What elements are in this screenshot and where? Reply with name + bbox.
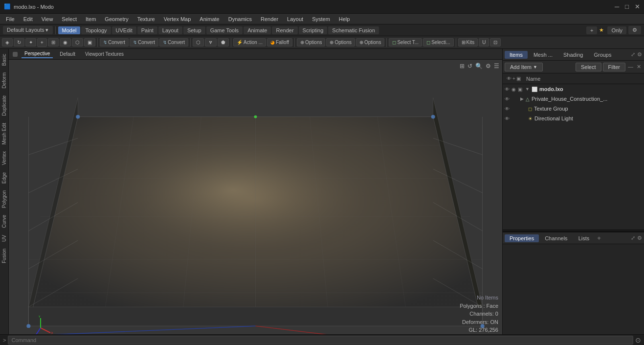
select-t-button[interactable]: ◻ Select T... (389, 38, 422, 46)
layout-tab-model[interactable]: Model (58, 26, 81, 34)
menu-item-view[interactable]: View (38, 15, 57, 23)
items-expand-icon[interactable]: ⤢ (631, 51, 635, 58)
close-button[interactable]: ✕ (635, 3, 640, 10)
smooth-tool[interactable]: ⬟ (218, 38, 229, 46)
minimize-button[interactable]: ─ (615, 3, 619, 10)
menu-item-edit[interactable]: Edit (20, 15, 37, 23)
select2-tool[interactable]: ✦ (25, 38, 36, 46)
viewport-icon-settings[interactable]: ⚙ (486, 63, 491, 69)
items-tab-shading[interactable]: Shading (558, 51, 588, 59)
menu-item-render[interactable]: Render (257, 15, 282, 23)
circle-tool[interactable]: ◉ (60, 38, 71, 46)
viewport-menu-icon[interactable] (13, 52, 18, 57)
command-submit-icon[interactable]: ⊙ (635, 336, 641, 344)
viewport-icon-grid[interactable]: ⊞ (460, 63, 465, 69)
menu-item-file[interactable]: File (2, 15, 19, 23)
unreal-button[interactable]: U (479, 38, 489, 46)
convert3-button[interactable]: ↯ Convert (159, 38, 188, 46)
sidebar-tab-curve[interactable]: Curve (0, 212, 8, 231)
convert1-button[interactable]: ↯ Convert (100, 38, 129, 46)
add-item-button[interactable]: Add Item ▼ (505, 63, 543, 71)
menu-item-texture[interactable]: Texture (133, 15, 159, 23)
layout-tab-layout[interactable]: Layout (158, 26, 182, 34)
eye-icon-root[interactable]: 👁 (505, 87, 510, 92)
sidebar-tab-fusion[interactable]: Fusion (0, 246, 8, 266)
layout-only-button[interactable]: Only (607, 26, 626, 34)
eye-icon-house[interactable]: 👁 (505, 96, 510, 102)
rotate-tool[interactable]: ↻ (14, 38, 24, 46)
convert2-button[interactable]: ↯ Convert (130, 38, 158, 46)
sidebar-tab-polygon[interactable]: Polygon (0, 187, 8, 211)
falloff-button[interactable]: ◕ Falloff (267, 38, 292, 46)
menu-item-layout[interactable]: Layout (283, 15, 307, 23)
menu-item-animate[interactable]: Animate (196, 15, 223, 23)
layout-tab-paint[interactable]: Paint (137, 26, 157, 34)
mesh2-tool[interactable]: ▣ (84, 38, 95, 46)
sidebar-tab-deform[interactable]: Deform (0, 69, 8, 92)
props-tab-properties[interactable]: Properties (505, 234, 539, 242)
items-tab-mesh[interactable]: Mesh ... (529, 51, 557, 59)
layout-tab-render[interactable]: Render (272, 26, 297, 34)
sidebar-tab-uv[interactable]: UV (0, 232, 8, 245)
viewport-icon-zoom[interactable]: 🔍 (475, 63, 483, 69)
ue-button[interactable]: ⊡ (490, 38, 501, 46)
mesh-tool[interactable]: ⬡ (72, 38, 83, 46)
tree-item-house[interactable]: 👁 ▶ △ Private_House_Construction_... (503, 94, 644, 104)
menu-item-dynamics[interactable]: Dynamics (224, 15, 256, 23)
mesh3-tool[interactable]: ⬡ (193, 38, 204, 46)
arrow-house[interactable]: ▶ (520, 96, 524, 101)
layout-tab-topology[interactable]: Topology (81, 26, 111, 34)
viewport-canvas[interactable]: X Z Y ⊞ ↺ 🔍 ⚙ ☰ No Items Polygons : Face (9, 60, 502, 345)
viewport[interactable]: Perspective Default Viewport Textures (9, 49, 502, 345)
layout-tab-scripting[interactable]: Scripting (299, 26, 328, 34)
select-tool[interactable]: ◈ (2, 38, 13, 46)
sidebar-tab-vertex[interactable]: Vertex (0, 148, 8, 168)
eye-icon-light[interactable]: 👁 (505, 116, 510, 121)
menu-item-help[interactable]: Help (335, 15, 354, 23)
default-layouts-dropdown[interactable]: Default Layouts ▾ (3, 26, 53, 34)
maximize-button[interactable]: □ (625, 3, 629, 10)
lasso-tool[interactable]: ⌖ (37, 38, 47, 47)
filter-button[interactable]: Filter (603, 63, 625, 71)
action-button[interactable]: ⚡ Action ... (233, 38, 266, 46)
sidebar-tab-duplicate[interactable]: Duplicate (0, 92, 8, 119)
viewport-icon-rotate[interactable]: ↺ (467, 63, 472, 69)
layout-add-button[interactable]: + (586, 26, 597, 34)
sidebar-tab-meshedit[interactable]: Mesh Edit (0, 120, 8, 147)
items-tab-groups[interactable]: Groups (589, 51, 616, 59)
menu-item-geometry[interactable]: Geometry (101, 15, 132, 23)
items-settings-icon[interactable]: ⚙ (637, 51, 642, 58)
tree-item-light[interactable]: 👁 ☀ Directional Light (503, 114, 644, 123)
viewport-tab-default[interactable]: Default (57, 50, 78, 58)
snap-tool[interactable]: ⊞ (48, 38, 59, 46)
layout-tab-uvedit[interactable]: UVEdit (112, 26, 136, 34)
subdiv-tool[interactable]: ⛛ (205, 38, 217, 46)
viewport-icon-menu[interactable]: ☰ (494, 63, 499, 69)
arrow-root[interactable]: ▼ (525, 87, 530, 92)
layout-tab-gametools[interactable]: Game Tools (206, 26, 243, 34)
resize-handle[interactable] (503, 230, 644, 231)
props-tab-add[interactable]: + (597, 234, 601, 242)
command-input[interactable] (8, 336, 633, 345)
tree-item-root[interactable]: 👁 ◉ ▣ ▼ ⬜ modo.lxo (503, 84, 644, 94)
viewport-tab-textures[interactable]: Viewport Textures (82, 50, 127, 58)
tree-item-texture[interactable]: 👁 ◻ Texture Group (503, 104, 644, 114)
menu-item-system[interactable]: System (308, 15, 334, 23)
props-tab-channels[interactable]: Channels (540, 234, 572, 242)
menu-item-vertex map[interactable]: Vertex Map (160, 15, 195, 23)
options3-button[interactable]: ⊕ Options (356, 38, 384, 46)
props-expand-icon[interactable]: ⤢ (631, 235, 635, 241)
eye-icon-texture[interactable]: 👁 (505, 106, 510, 112)
layout-tab-schematic[interactable]: Schematic Fusion (328, 26, 378, 34)
items-minimize-icon[interactable]: — (627, 63, 634, 71)
menu-item-item[interactable]: Item (82, 15, 100, 23)
sidebar-tab-basic[interactable]: Basic (0, 51, 8, 69)
layout-tab-setup[interactable]: Setup (183, 26, 205, 34)
layout-settings-button[interactable]: ⚙ (628, 26, 641, 34)
options2-button[interactable]: ⊕ Options (326, 38, 355, 46)
props-settings-icon[interactable]: ⚙ (637, 235, 642, 241)
items-close-icon[interactable]: ✕ (636, 63, 642, 71)
props-tab-lists[interactable]: Lists (574, 234, 595, 242)
selecti-button[interactable]: ◻ Selecti... (423, 38, 453, 46)
kits-button[interactable]: ⊞ Kits (458, 38, 478, 46)
